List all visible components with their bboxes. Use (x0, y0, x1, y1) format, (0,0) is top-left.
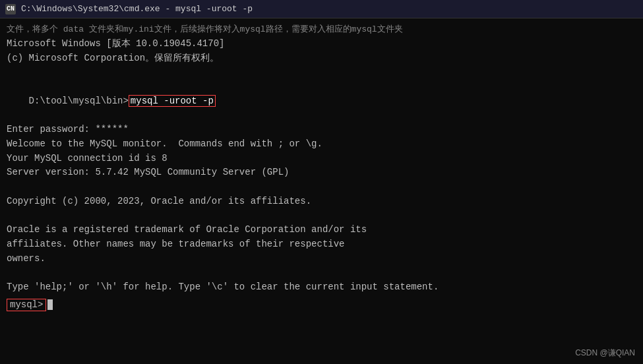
terminal-prompt-line: D:\tool\mysql\bin>mysql -uroot -p (7, 80, 636, 123)
mysql-prompt: mysql> (7, 299, 46, 311)
title-bar: CN C:\Windows\System32\cmd.exe - mysql -… (0, 0, 643, 18)
terminal-line-empty (7, 180, 636, 195)
watermark: CSDN @谦QIAN (575, 348, 635, 359)
terminal-line: Server version: 5.7.42 MySQL Community S… (7, 166, 636, 180)
terminal-line: (c) Microsoft Corporation。保留所有权利。 (7, 51, 636, 66)
title-text: C:\Windows\System32\cmd.exe - mysql -uro… (21, 4, 253, 14)
terminal-line: Welcome to the MySQL monitor. Commands e… (7, 137, 636, 152)
mysql-prompt-line[interactable]: mysql> (7, 299, 636, 311)
terminal-line: Enter password: ****** (7, 123, 636, 137)
top-note: 文件，将多个 data 文件夹和my.ini文件，后续操作将对入mysql路径，… (7, 24, 636, 36)
terminal-line: Microsoft Windows [版本 10.0.19045.4170] (7, 37, 636, 51)
terminal-line: Copyright (c) 2000, 2023, Oracle and/or … (7, 195, 636, 209)
terminal-line-empty (7, 66, 636, 80)
terminal-line: affiliates. Other names may be trademark… (7, 237, 636, 252)
app-icon: CN (5, 4, 16, 15)
prompt-path: D:\tool\mysql\bin> (29, 96, 129, 106)
terminal-line: owners. (7, 252, 636, 266)
terminal-line-empty (7, 266, 636, 280)
terminal-line-empty (7, 208, 636, 223)
terminal-line: Oracle is a registered trademark of Orac… (7, 223, 636, 237)
terminal-line: Type 'help;' or '\h' for help. Type '\c'… (7, 280, 636, 295)
command-highlight: mysql -uroot -p (129, 95, 216, 107)
terminal-line: Your MySQL connection id is 8 (7, 152, 636, 166)
cursor (47, 299, 53, 310)
terminal-body[interactable]: 文件，将多个 data 文件夹和my.ini文件，后续操作将对入mysql路径，… (0, 18, 643, 364)
